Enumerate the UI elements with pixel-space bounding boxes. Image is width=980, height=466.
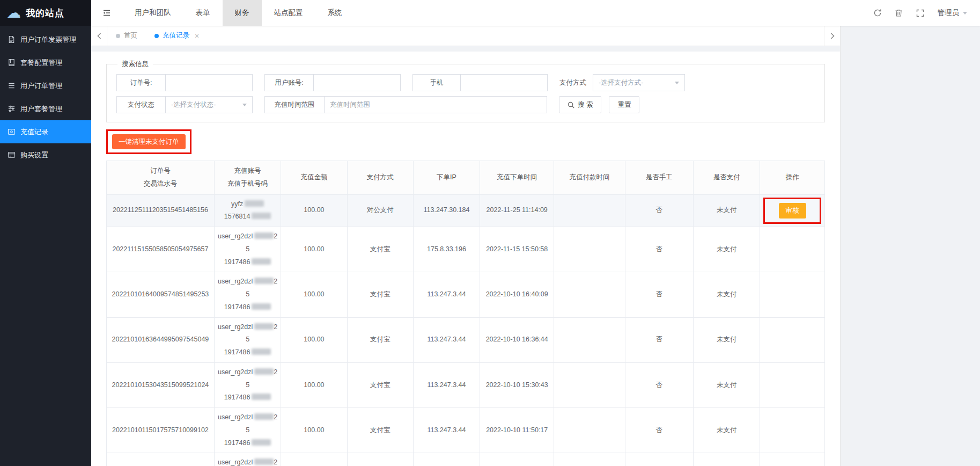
nav-label: 站点配置 [274,8,303,18]
chevron-down-icon [242,104,247,106]
recharge-records-table: 订单号交易流水号充值账号充值手机号码充值金额支付方式下单IP充值下单时间充值付款… [106,161,825,466]
nav-label: 表单 [196,8,210,18]
nav-site-config[interactable]: 站点配置 [262,0,315,26]
amount-cell: 100.00 [281,194,347,227]
sidebar: ☁ 我的站点 用户订单发票管理 套餐配置管理 用户订单管理 用户套餐管理 充值记… [0,0,91,466]
clear-unpaid-orders-button[interactable]: 一键清理未支付订单 [112,134,186,149]
paid-status-cell: 未支付 [693,362,760,407]
sidebar-item-label: 套餐配置管理 [20,58,62,68]
nav-users-teams[interactable]: 用户和团队 [122,0,183,26]
order-no-cell: 20221010163644995097545049 [107,317,215,362]
book-icon [8,59,16,67]
refresh-icon[interactable] [869,4,886,21]
account-name: user_rg2dzl25 [218,456,278,466]
sliders-icon [8,105,16,113]
redacted-blur [254,232,274,239]
phone-input[interactable] [461,74,548,91]
account-cell: user_rg2dzl25 1917486 [214,227,281,272]
pay-time-cell [554,453,625,466]
paid-status-cell: 未支付 [693,453,760,466]
pay-time-cell [554,408,625,453]
redacted-blur [252,303,271,310]
table-body: 20221125111203515451485156 yyfz 1576814 … [107,194,825,466]
user-account-input[interactable] [314,74,401,91]
collapse-sidebar-icon[interactable] [91,0,122,26]
action-cell [760,272,825,317]
table-row: 20221010115017575710099102 user_rg2dzl25… [107,408,825,453]
order-time-cell: 2022-11-25 11:14:09 [480,194,554,227]
pay-method-select[interactable]: -选择支付方式- [593,74,685,91]
redacted-blur [245,200,264,207]
close-tab-icon[interactable]: × [195,32,199,40]
nav-system[interactable]: 系统 [315,0,355,26]
order-ip-cell: 113.247.3.44 [413,272,480,317]
order-time-cell: 2022-10-10 15:30:43 [480,362,554,407]
sidebar-item-package-config[interactable]: 套餐配置管理 [0,51,91,74]
tab-home[interactable]: 首页 [107,26,146,46]
search-icon [568,101,574,108]
order-no-cell: 20221115155058505054975657 [107,227,215,272]
manual-flag-cell: 否 [625,317,693,362]
sidebar-item-user-package[interactable]: 用户套餐管理 [0,97,91,120]
nav-finance[interactable]: 财务 [223,0,262,26]
admin-menu[interactable]: 管理员 [933,8,972,18]
tabs-scroll-right-icon[interactable] [824,26,840,46]
order-no-input[interactable] [166,74,253,91]
sidebar-item-purchase-settings[interactable]: 购买设置 [0,143,91,166]
order-no-cell: 20221125111203515451485156 [107,194,215,227]
tab-recharge-records[interactable]: 充值记录 × [146,26,208,46]
search-button[interactable]: 搜 索 [559,96,601,113]
account-name: user_rg2dzl25 [218,366,278,392]
order-ip-cell: 113.247.3.44 [413,408,480,453]
pay-time-cell [554,194,625,227]
paid-status-cell: 未支付 [693,317,760,362]
column-header: 充值账号充值手机号码 [214,161,281,195]
account-phone: 1917486 [218,391,278,404]
order-no-cell: 20221010164009574851495253 [107,272,215,317]
nav-label: 财务 [235,8,249,18]
table-header: 订单号交易流水号充值账号充值手机号码充值金额支付方式下单IP充值下单时间充值付款… [107,161,825,195]
account-cell: user_rg2dzl25 1917486 [214,453,281,466]
tabs-scroll-left-icon[interactable] [91,26,107,46]
account-phone: 1917486 [218,346,278,359]
fullscreen-icon[interactable] [912,4,929,21]
column-header: 是否手工 [625,161,693,195]
account-phone: 1917486 [218,301,278,314]
amount-cell: 100.00 [281,453,347,466]
search-panel-legend: 搜索信息 [117,60,153,69]
tab-label: 首页 [124,31,137,40]
tab-dot-icon [116,34,120,38]
pay-status-select[interactable]: -选择支付状态- [166,96,253,113]
pay-method-label: 支付方式 [559,78,586,88]
pay-time-cell [554,272,625,317]
user-account-label: 用户账号: [264,74,314,91]
audit-button[interactable]: 审核 [779,203,806,219]
time-range-input[interactable] [325,96,547,113]
reset-button[interactable]: 重置 [609,96,639,113]
action-cell [760,317,825,362]
account-cell: user_rg2dzl25 1917486 [214,362,281,407]
account-name: user_rg2dzl25 [218,275,278,301]
tab-dot-icon [154,34,159,38]
manual-flag-cell: 否 [625,272,693,317]
nav-forms[interactable]: 表单 [183,0,223,26]
sidebar-item-label: 用户订单管理 [20,81,62,91]
list-icon [8,82,16,90]
account-name: user_rg2dzl25 [218,230,278,256]
sidebar-item-label: 购买设置 [20,150,48,160]
trash-icon[interactable] [890,4,908,21]
invoice-icon [8,35,16,43]
sidebar-item-recharge-records[interactable]: 充值记录 [0,120,91,143]
sidebar-item-user-order[interactable]: 用户订单管理 [0,74,91,97]
redacted-blur [252,258,271,265]
nav-label: 用户和团队 [135,8,171,18]
column-header: 充值下单时间 [480,161,554,195]
content-gap [91,46,840,52]
order-ip-cell: 113.247.3.44 [413,317,480,362]
sidebar-item-user-order-invoice[interactable]: 用户订单发票管理 [0,28,91,51]
manual-flag-cell: 否 [625,408,693,453]
tab-bar: 首页 充值记录 × [91,26,840,46]
manual-flag-cell: 否 [625,453,693,466]
admin-label: 管理员 [938,8,960,18]
main-area: 用户和团队 表单 财务 站点配置 系统 管理员 [91,0,980,466]
